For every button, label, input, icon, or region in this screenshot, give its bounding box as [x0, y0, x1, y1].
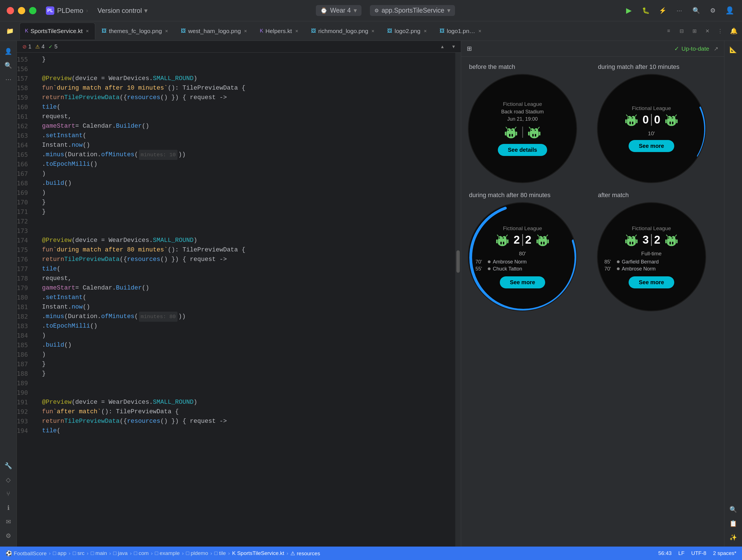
close-window-button[interactable] [7, 7, 14, 14]
wear-selector[interactable]: ⌚ Wear 4 ▾ [316, 5, 362, 16]
tab-westham-logo[interactable]: 🖼 west_ham_logo.png ✕ [175, 23, 253, 40]
watch-see-more-button[interactable]: See more [629, 276, 674, 289]
code-line[interactable]: fun `during match after 10 minutes`(): T… [37, 84, 455, 93]
sparkle-icon[interactable]: ✨ [727, 531, 739, 544]
tab-richmond-logo[interactable]: 🖼 richmond_logo.png ✕ [306, 23, 381, 40]
code-line[interactable]: .build() [37, 341, 455, 350]
tab-close-westham[interactable]: ✕ [243, 29, 248, 34]
notification-button[interactable]: 🔔 [728, 26, 739, 37]
breadcrumb-tile[interactable]: □ tile [214, 550, 226, 556]
line-separator[interactable]: LF [679, 550, 685, 556]
version-control-menu[interactable]: Version control ▾ [97, 7, 148, 14]
breadcrumb-symbol[interactable]: ⚠ resources [290, 550, 320, 557]
code-line[interactable]: @Preview(device = WearDevices.SMALL_ROUN… [37, 398, 455, 407]
split-horizontal-button[interactable]: ⊟ [677, 26, 687, 36]
split-vertical-button[interactable]: ⊞ [689, 26, 699, 36]
code-line[interactable]: } [37, 207, 455, 217]
code-line[interactable]: ) [37, 350, 455, 359]
code-line[interactable]: gameStart = Calendar.Builder() [37, 121, 455, 131]
profile-avatar[interactable]: 👤 [724, 5, 735, 16]
breadcrumb-main[interactable]: □ main [91, 550, 107, 556]
code-line[interactable]: .toEpochMilli() [37, 321, 455, 331]
tab-list-button[interactable]: ≡ [664, 26, 674, 36]
sidebar-find-icon[interactable]: 🔍 [2, 59, 14, 72]
more-actions-button[interactable]: ⋯ [674, 5, 685, 16]
encoding[interactable]: UTF-8 [691, 550, 706, 556]
tab-close-logo1[interactable]: ✕ [477, 29, 482, 34]
tab-close-richmond[interactable]: ✕ [370, 29, 375, 34]
code-line[interactable]: .minus(Duration.ofMinutes(minutes: 80)) [37, 312, 455, 321]
watch-see-details-button[interactable]: See details [498, 144, 547, 156]
code-line[interactable]: tile( [37, 426, 455, 436]
code-line[interactable]: gameStart = Calendar.Builder() [37, 284, 455, 293]
code-line[interactable]: .minus(Duration.ofMinutes(minutes: 10)) [37, 150, 455, 160]
expand-icon[interactable]: ↗ [714, 45, 719, 52]
sidebar-project-icon[interactable]: 👤 [2, 45, 14, 58]
sidebar-plugins-icon[interactable]: 🔧 [2, 460, 14, 472]
cursor-position[interactable]: 56:43 [658, 550, 672, 556]
profile-button[interactable]: ⚡ [657, 5, 668, 16]
code-line[interactable]: ) [37, 331, 455, 341]
code-line[interactable]: } [37, 55, 455, 64]
sidebar-git-icon[interactable]: ⑂ [2, 488, 14, 500]
code-line[interactable]: .build() [37, 179, 455, 188]
more-tabs-button[interactable]: ⋮ [715, 26, 725, 36]
code-line[interactable]: return TilePreviewData({ resources() }) … [37, 417, 455, 426]
info-badge[interactable]: ✓ 5 [48, 43, 57, 50]
breadcrumb-pldemo[interactable]: □ pldemo [186, 550, 208, 556]
project-tree-button[interactable]: 📁 [3, 24, 17, 38]
code-line[interactable] [37, 217, 455, 226]
code-line[interactable]: fun `after match`(): TilePreviewData { [37, 407, 455, 417]
search-button[interactable]: 🔍 [690, 5, 702, 16]
breadcrumb-example[interactable]: □ example [155, 550, 180, 556]
minimize-window-button[interactable] [18, 7, 25, 14]
breadcrumb-src[interactable]: □ src [73, 550, 85, 556]
tab-helpers[interactable]: K Helpers.kt ✕ [255, 23, 305, 40]
tab-close-helpers[interactable]: ✕ [294, 29, 299, 34]
code-line[interactable]: return TilePreviewData({ resources() }) … [37, 255, 455, 264]
fold-up-button[interactable]: ▲ [438, 42, 447, 51]
code-lines[interactable]: }@Preview(device = WearDevices.SMALL_ROU… [37, 53, 455, 547]
sidebar-settings-icon[interactable]: ⚙ [2, 530, 14, 542]
code-line[interactable]: tile( [37, 102, 455, 112]
error-badge[interactable]: ⊘ 1 [22, 43, 31, 50]
fold-down-button[interactable]: ▼ [449, 42, 458, 51]
warning-badge[interactable]: ⚠ 4 [35, 43, 45, 50]
code-line[interactable]: Instant.now() [37, 302, 455, 312]
code-line[interactable]: .setInstant( [37, 131, 455, 141]
code-line[interactable] [37, 64, 455, 74]
tab-close-sports[interactable]: ✕ [85, 29, 90, 34]
tab-sports-tile-service[interactable]: K SportsTileService.kt ✕ [19, 23, 95, 40]
settings-button[interactable]: ⚙ [707, 5, 719, 16]
code-line[interactable]: return TilePreviewData({ resources() }) … [37, 93, 455, 102]
code-line[interactable]: @Preview(device = WearDevices.SMALL_ROUN… [37, 236, 455, 245]
copy-icon[interactable]: 📋 [727, 517, 739, 530]
tab-logo1[interactable]: 🖼 logo1.pn… ✕ [434, 23, 488, 40]
tab-close-themes[interactable]: ✕ [164, 29, 169, 34]
code-line[interactable]: request, [37, 112, 455, 121]
preview-panel-icon[interactable]: 📐 [727, 44, 739, 56]
inspect-icon[interactable]: 🔍 [727, 503, 739, 516]
breadcrumb-app[interactable]: □ app [53, 550, 66, 556]
breadcrumb-java[interactable]: □ java [113, 550, 128, 556]
service-selector[interactable]: ⚙ app.SportsTileService ▾ [370, 5, 455, 16]
breadcrumb-com[interactable]: □ com [134, 550, 149, 556]
breadcrumb-file[interactable]: K SportsTileService.kt [232, 550, 284, 556]
code-scrollbar[interactable] [455, 53, 461, 547]
code-line[interactable]: } [37, 198, 455, 207]
code-line[interactable]: Instant.now() [37, 141, 455, 150]
sidebar-more-icon[interactable]: ⋯ [2, 73, 14, 86]
code-line[interactable]: fun `during match after 80 minutes`(): T… [37, 245, 455, 255]
maximize-window-button[interactable] [29, 7, 37, 14]
app-menu[interactable]: PL PLDemo › [42, 6, 92, 15]
code-line[interactable]: request, [37, 274, 455, 284]
tab-themes-logo[interactable]: 🖼 themes_fc_logo.png ✕ [96, 23, 174, 40]
sidebar-info-icon[interactable]: ℹ [2, 502, 14, 514]
tab-close-logo2[interactable]: ✕ [423, 29, 428, 34]
code-line[interactable]: ) [37, 188, 455, 198]
code-line[interactable]: .setInstant( [37, 293, 455, 302]
debug-button[interactable]: 🐛 [640, 5, 651, 16]
code-line[interactable] [37, 226, 455, 236]
breadcrumb-footballscore[interactable]: ⚽ FootballScore [6, 550, 47, 557]
indent-setting[interactable]: 2 spaces* [713, 550, 736, 556]
